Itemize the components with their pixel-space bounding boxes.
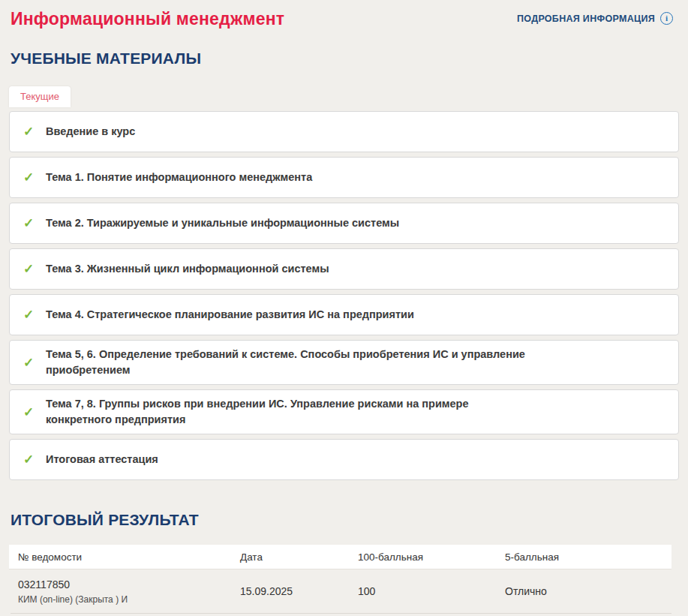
check-icon: ✓ [23,125,35,138]
page-title: Информационный менеджмент [11,9,284,29]
materials-tabs: Текущие [9,86,679,107]
material-card-label: Тема 7, 8. Группы рисков при внедрении И… [46,396,537,428]
check-icon: ✓ [23,263,35,275]
check-icon: ✓ [23,171,35,184]
material-card[interactable]: ✓ Тема 2. Тиражируемые и уникальные инфо… [9,203,679,244]
material-card-label: Тема 5, 6. Определение требований к сист… [46,347,537,378]
material-card-label: Итоговая аттестация [46,452,158,467]
check-icon: ✓ [23,406,35,419]
info-circle-icon[interactable]: i [660,12,673,25]
check-icon: ✓ [23,356,35,369]
result-score100: 100 [358,585,500,597]
tab-current[interactable]: Текущие [9,86,71,107]
result-score5: Отлично [505,585,667,597]
cell-score5: Отлично [505,569,671,613]
material-card-label: Тема 1. Понятие информационного менеджме… [46,170,312,185]
materials-list: ✓ Введение в курс ✓ Тема 1. Понятие инфо… [9,111,679,480]
column-header-score100: 100-балльная [358,545,505,569]
check-icon: ✓ [23,308,35,321]
column-header-vedomost: № ведомости [18,545,240,569]
materials-section-heading: УЧЕБНЫЕ МАТЕРИАЛЫ [11,50,677,68]
material-card[interactable]: ✓ Тема 1. Понятие информационного менедж… [9,157,679,198]
vedomost-number: 032117850 [18,578,236,590]
result-date: 15.09.2025 [240,585,353,597]
column-header-date: Дата [240,545,358,569]
material-card[interactable]: ✓ Тема 4. Стратегическое планирование ра… [9,294,679,335]
cell-date: 15.09.2025 [240,569,358,613]
detailed-info-link-label: ПОДРОБНАЯ ИНФОРМАЦИЯ [517,14,655,24]
result-table-row: 032117850 КИМ (on-line) (Закрыта ) И 15.… [9,569,671,613]
detailed-info-link[interactable]: ПОДРОБНАЯ ИНФОРМАЦИЯ i [517,12,673,25]
cell-vedomost: 032117850 КИМ (on-line) (Закрыта ) И [18,569,240,613]
vedomost-subtitle: КИМ (on-line) (Закрыта ) И [18,594,236,605]
material-card-label: Введение в курс [46,124,135,140]
material-card-label: Тема 3. Жизненный цикл информационной си… [46,261,329,277]
material-card[interactable]: ✓ Тема 5, 6. Определение требований к си… [9,340,679,385]
table-bottom-divider [11,613,671,614]
cell-score100: 100 [358,569,505,613]
material-card[interactable]: ✓ Итоговая аттестация [9,439,679,480]
check-icon: ✓ [23,453,35,466]
material-card[interactable]: ✓ Введение в курс [9,111,679,152]
material-card-label: Тема 2. Тиражируемые и уникальные информ… [46,215,399,231]
check-icon: ✓ [23,217,35,230]
result-table: № ведомости Дата 100-балльная 5-балльная… [9,545,671,614]
result-table-header-row: № ведомости Дата 100-балльная 5-балльная [9,545,671,569]
result-section-heading: ИТОГОВЫЙ РЕЗУЛЬТАТ [11,511,677,529]
course-page: Информационный менеджмент ПОДРОБНАЯ ИНФО… [0,0,688,616]
column-header-score5: 5-балльная [505,545,671,569]
page-header: Информационный менеджмент ПОДРОБНАЯ ИНФО… [9,8,679,29]
material-card[interactable]: ✓ Тема 3. Жизненный цикл информационной … [9,248,679,290]
material-card[interactable]: ✓ Тема 7, 8. Группы рисков при внедрении… [9,389,679,434]
material-card-label: Тема 4. Стратегическое планирование разв… [46,307,414,323]
